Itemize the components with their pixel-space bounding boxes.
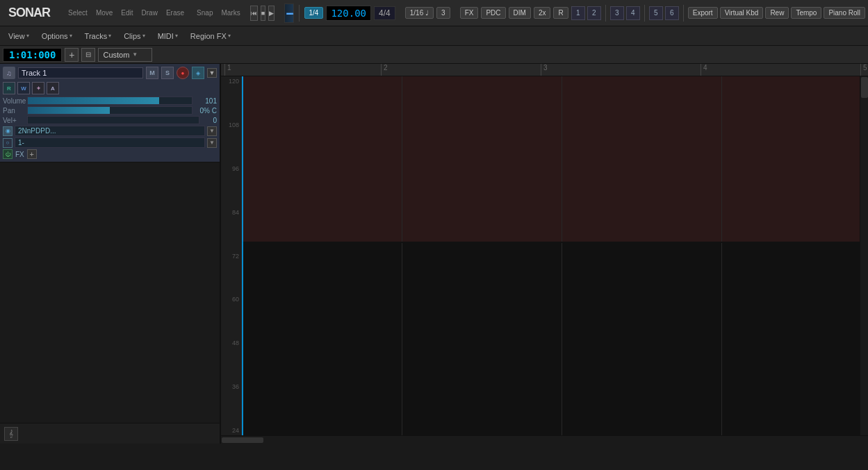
erase-tool-label[interactable]: Erase (163, 9, 187, 17)
ruler-mark-2: 2 (381, 64, 388, 76)
trim-btn[interactable]: ✦ (32, 82, 44, 94)
pan-slider[interactable] (27, 106, 193, 115)
app-logo: SONAR (3, 6, 56, 20)
velocity-labels: 120 108 96 84 72 60 48 36 24 (221, 76, 242, 435)
vel-value: 0 (199, 117, 217, 124)
dim-btn[interactable]: DIM (509, 7, 531, 19)
time-position-display[interactable]: 1:01:000 (3, 48, 62, 62)
meter-display[interactable]: 4/4 (374, 6, 395, 20)
draw-tool-label[interactable]: Draw (139, 9, 161, 17)
clips-menu[interactable]: Clips ▾ (118, 30, 150, 42)
midi-menu[interactable]: MIDI ▾ (152, 30, 183, 42)
output-icon: ○ (3, 138, 13, 148)
fx-add-btn[interactable]: + (27, 149, 37, 159)
stop-btn[interactable]: ■ (261, 6, 265, 21)
num-btn-4[interactable]: 4 (626, 6, 640, 20)
midi-menu-arrow: ▾ (175, 33, 178, 39)
edit-tool-label[interactable]: Edit (118, 9, 136, 17)
fx-btn[interactable]: FX (460, 7, 479, 19)
playhead-cursor (242, 76, 243, 435)
solo-btn[interactable]: S (161, 67, 174, 79)
ruler-mark-3: 3 (541, 64, 548, 76)
custom-dropdown[interactable]: Custom ▼ (98, 48, 152, 62)
output-row: ○ 1- ▼ (3, 137, 217, 148)
region-fx-menu[interactable]: Region FX ▾ (185, 30, 236, 42)
vel-label: Vel+ (3, 117, 27, 124)
track-divider (242, 242, 860, 243)
piano-icon-btn[interactable]: 𝄞 (4, 427, 18, 441)
snap-label: Snap (197, 9, 213, 17)
move-tool-label[interactable]: Move (93, 9, 115, 17)
x2-btn[interactable]: 2x (534, 7, 551, 19)
quantize-btn[interactable]: 1/4 (304, 7, 324, 19)
export-btn[interactable]: Export (688, 7, 718, 19)
pan-label: Pan (3, 107, 27, 115)
vel-label-60: 60 (221, 296, 241, 303)
track-expand-btn[interactable]: ▼ (207, 68, 217, 78)
volume-value: 101 (193, 97, 217, 105)
tempo-label-btn[interactable]: Tempo (791, 7, 821, 19)
piano-icon-row: 𝄞 (0, 423, 220, 444)
select-tool-label[interactable]: Select (65, 9, 90, 17)
plugin-row: ◉ 2NnPDPD... ▼ (3, 126, 217, 136)
vel-label-120: 120 (221, 78, 241, 85)
plugin-dropdown-btn[interactable]: ▼ (207, 126, 217, 136)
sep-r2 (644, 5, 645, 22)
num-btn-5[interactable]: 5 (649, 6, 663, 20)
fx-power-btn[interactable]: ⏻ (3, 149, 13, 159)
note-grid[interactable] (242, 76, 860, 435)
horizontal-scrollbar[interactable] (221, 435, 868, 444)
plugin-name[interactable]: 2NnPDPD... (15, 126, 205, 136)
vel-slider[interactable] (27, 116, 199, 124)
auto-btn[interactable]: A (47, 82, 59, 94)
options-menu[interactable]: Options ▾ (36, 30, 78, 42)
rewind-btn[interactable]: ⏮ (250, 6, 258, 21)
vel-row: Vel+ 0 (3, 116, 217, 124)
piano-roll-btn[interactable]: Piano Roll (824, 7, 865, 19)
volume-slider[interactable] (27, 96, 193, 105)
view-toggle-btn[interactable]: ⊟ (81, 48, 95, 62)
virtual-kbd-btn[interactable]: Virtual Kbd (720, 7, 764, 19)
num-btn-1[interactable]: 1 (571, 6, 585, 20)
marks-label: Marks (221, 9, 240, 17)
timeline-header-row: 1:01:000 + ⊟ Custom ▼ (0, 46, 868, 64)
track-type-icon: ♫ (3, 67, 15, 79)
record-btn[interactable]: ● (177, 67, 189, 79)
note-value-btn[interactable]: 1/16 ♩ (405, 7, 434, 19)
output-name[interactable]: 1- (15, 137, 205, 148)
r-btn[interactable]: R (553, 7, 568, 19)
pan-slider-row: Pan 0% C (3, 106, 217, 115)
add-track-btn[interactable]: + (65, 48, 79, 62)
fx-row: ⏻ FX + (3, 149, 217, 159)
view-menu[interactable]: View ▾ (3, 30, 35, 42)
num-btn-2[interactable]: 2 (587, 6, 601, 20)
write-automation-btn[interactable]: W (17, 82, 30, 94)
pdc-btn[interactable]: PDC (481, 7, 505, 19)
mute-btn[interactable]: M (146, 67, 158, 79)
track-empty-area (0, 162, 220, 423)
num-btn-6[interactable]: 6 (665, 6, 679, 20)
vel-label-48: 48 (221, 339, 241, 346)
fx-label: FX (15, 151, 24, 158)
track-name-input[interactable] (18, 67, 143, 78)
clips-menu-arrow: ▾ (142, 33, 145, 39)
rew-btn[interactable]: Rew (765, 7, 789, 19)
view-menu-arrow: ▾ (26, 33, 29, 39)
read-automation-btn[interactable]: R (3, 82, 15, 94)
region-fx-menu-arrow: ▾ (228, 33, 231, 39)
input-monitor-btn[interactable]: ◈ (192, 67, 204, 79)
vel-label-84: 84 (221, 209, 241, 216)
play-btn[interactable]: ▶ (268, 6, 275, 21)
tempo-display[interactable]: 120.00 (326, 6, 371, 21)
output-dropdown-btn[interactable]: ▼ (207, 138, 217, 148)
scrollbar-thumb-h[interactable] (222, 437, 263, 443)
num-btn-3[interactable]: 3 (610, 6, 624, 20)
pan-value: 0% C (193, 107, 217, 115)
scrollbar-thumb-v[interactable] (861, 77, 868, 98)
vel-label-96: 96 (221, 165, 241, 172)
sep-r1 (605, 5, 606, 22)
num-value-btn[interactable]: 3 (436, 7, 450, 19)
vertical-scrollbar[interactable] (860, 76, 868, 435)
menu-bar: View ▾ Options ▾ Tracks ▾ Clips ▾ MIDI ▾… (0, 26, 868, 46)
tracks-menu[interactable]: Tracks ▾ (79, 30, 117, 42)
